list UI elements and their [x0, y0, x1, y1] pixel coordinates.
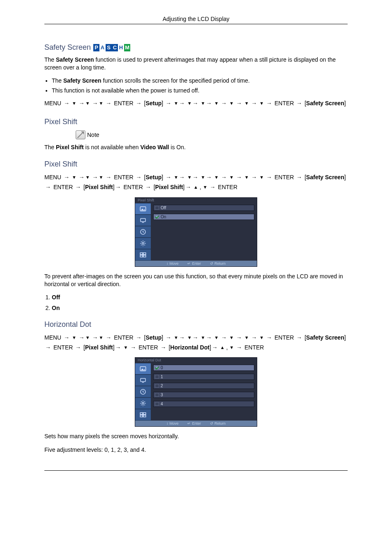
arrow-icon: → — [193, 333, 198, 343]
osd-hint-move: ↕Move — [166, 261, 179, 266]
horizontal-dot-after-2: Five adjustment levels: 0, 1, 2, 3, and … — [44, 446, 348, 454]
osd-setup: Setup — [145, 100, 161, 106]
arrow-icon: → — [75, 343, 81, 353]
text: Return — [214, 421, 226, 426]
arrow-icon: → — [115, 343, 121, 353]
down-icon: ▼ — [214, 175, 219, 180]
arrow-icon: → — [179, 99, 185, 109]
down-icon: ▼ — [123, 345, 128, 350]
section-horizontal-dot-title: Horizontal Dot — [44, 320, 348, 329]
svg-point-4 — [142, 243, 144, 245]
text-bold: Off — [52, 294, 60, 301]
osd-setup: Setup — [145, 174, 161, 180]
osd-menu: Horizontal Dot 01234 ↕Move ↵Enter ↺Retur… — [135, 357, 257, 427]
svg-rect-1 — [141, 219, 145, 222]
section-pixel-shift-title: Pixel Shift — [44, 160, 348, 169]
osd-option-label: On — [161, 215, 166, 219]
arrow-icon: → — [236, 99, 242, 109]
paschm-tile: P — [93, 44, 99, 51]
arrow-icon: → — [266, 333, 272, 343]
text: Move — [169, 421, 178, 426]
note-line: Note — [76, 130, 348, 139]
paschm-tile: S — [106, 44, 112, 51]
arrow-icon: → — [236, 343, 242, 353]
osd-hint-return: ↺Return — [210, 421, 226, 426]
checkbox-icon — [155, 215, 159, 219]
arrow-icon: → — [45, 343, 51, 353]
arrow-icon: → — [296, 173, 302, 183]
page-header: Adjusting the LCD Display — [44, 16, 348, 24]
option-on: On — [52, 305, 348, 311]
pixel-shift-menu-path: MENU → ▼ →▼ →▼ → ENTER → [Setup] → ▼→ ▼→… — [44, 173, 348, 192]
key-enter: ENTER — [53, 184, 73, 190]
osd-title: Pixel Shift — [135, 198, 257, 203]
osd-hint-enter: ↵Enter — [187, 421, 201, 426]
osd-option-label: 2 — [161, 384, 163, 388]
up-icon: ▲ — [194, 185, 198, 190]
time-icon — [135, 386, 151, 398]
multi-icon — [135, 249, 151, 261]
arrow-icon: → — [179, 333, 185, 343]
osd-setup: Setup — [145, 334, 161, 341]
up-icon: ▲ — [220, 345, 225, 350]
osd-title: Horizontal Dot — [135, 358, 257, 363]
osd-option-label: Off — [161, 206, 166, 210]
down-icon: ▼ — [214, 101, 219, 106]
osd-body: 01234 — [135, 363, 257, 421]
text-bold: On — [52, 305, 60, 311]
arrow-icon: → — [92, 173, 98, 183]
checkbox-icon — [155, 384, 159, 388]
arrow-icon: → — [206, 173, 212, 183]
osd-option: 0 — [153, 365, 254, 371]
checkbox-icon — [155, 375, 159, 379]
safety-screen-bullets: The Safety Screen function scrolls the s… — [44, 77, 348, 94]
osd-option-label: 1 — [161, 375, 163, 379]
text: Return — [214, 261, 226, 266]
arrow-icon: → — [266, 173, 272, 183]
arrow-icon: → — [79, 173, 85, 183]
arrow-icon: → — [221, 99, 227, 109]
footer-rule — [44, 470, 348, 471]
svg-rect-2 — [142, 222, 144, 223]
down-icon: ▼ — [203, 185, 208, 190]
osd-hint-move: ↕Move — [166, 421, 179, 426]
arrow-icon: → — [236, 173, 242, 183]
text: The — [44, 144, 56, 150]
page: Adjusting the LCD Display Safety Screen … — [0, 0, 392, 495]
down-icon: ▼ — [201, 101, 205, 106]
down-icon: ▼ — [174, 101, 178, 106]
safety-screen-intro: The Safety Screen function is used to pr… — [44, 56, 348, 72]
arrow-icon: → — [106, 99, 111, 109]
arrow-icon: → — [79, 99, 85, 109]
osd-body: OffOn — [135, 203, 257, 261]
down-icon: ▼ — [229, 345, 234, 350]
osd-option-label: 3 — [161, 393, 163, 397]
osd-hint-enter: ↵Enter — [187, 261, 201, 266]
key-enter: ENTER — [123, 184, 143, 190]
down-icon: ▼ — [99, 335, 104, 340]
down-icon: ▼ — [244, 175, 249, 180]
input-icon — [135, 375, 151, 386]
arrow-icon: → — [193, 173, 198, 183]
paschm-tile: H — [118, 44, 124, 51]
pixel-shift-after: To prevent after-images on the screen yo… — [44, 273, 348, 288]
arrow-icon: → — [106, 333, 111, 343]
osd-options: OffOn — [151, 203, 257, 261]
key-enter: ENTER — [274, 100, 294, 106]
svg-rect-5 — [140, 253, 143, 255]
svg-rect-10 — [141, 379, 145, 382]
arrow-icon: → — [64, 99, 69, 109]
text: function scrolls the screen for the spec… — [101, 77, 250, 84]
osd-side-icons — [135, 203, 151, 261]
osd-pixel-shift-figure: Pixel Shift OffOn ↕Move ↵Enter ↺Return — [44, 197, 348, 267]
key-enter: ENTER — [274, 334, 294, 341]
svg-rect-11 — [142, 382, 144, 383]
down-icon: ▼ — [72, 335, 76, 340]
arrow-icon: → — [210, 183, 215, 192]
down-icon: ▼ — [174, 175, 178, 180]
paschm-badge: PASCHM — [93, 44, 130, 51]
section-title-text: Safety Screen — [44, 43, 91, 52]
text: Enter — [192, 261, 201, 266]
arrow-icon: → — [236, 333, 242, 343]
text-bold: Safety Screen — [56, 56, 94, 63]
